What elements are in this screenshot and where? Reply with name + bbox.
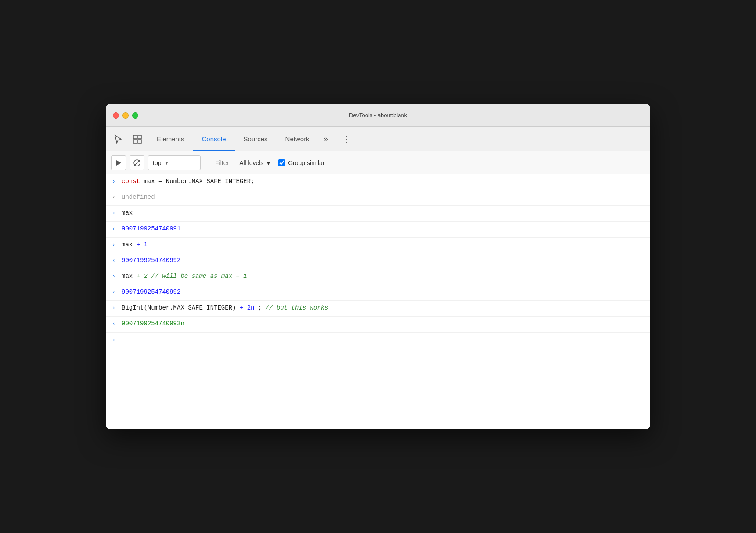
input-arrow-1[interactable]: › xyxy=(106,177,122,186)
title-bar: DevTools - about:blank xyxy=(106,104,650,127)
output-arrow-6: ‹ xyxy=(106,256,122,265)
console-row-2: ‹ undefined xyxy=(106,190,650,206)
console-row-8: ‹ 9007199254740992 xyxy=(106,285,650,301)
devtools-window: DevTools - about:blank Elements Console … xyxy=(106,104,650,429)
input-arrow-3[interactable]: › xyxy=(106,209,122,217)
cursor-icon xyxy=(113,134,123,144)
window-title: DevTools - about:blank xyxy=(349,112,407,119)
svg-rect-1 xyxy=(138,135,141,139)
console-row-content-3: max xyxy=(122,209,650,218)
console-row-content-10: 9007199254740993n xyxy=(122,319,650,328)
console-row-content-6: 9007199254740992 xyxy=(122,256,650,265)
devtools-tabs-bar: Elements Console Sources Network » ⋮ xyxy=(106,127,650,151)
output-arrow-4: ‹ xyxy=(106,224,122,233)
console-input[interactable] xyxy=(122,337,650,344)
toolbar-divider xyxy=(206,156,206,169)
close-button[interactable] xyxy=(113,112,119,119)
output-arrow-2: ‹ xyxy=(106,193,122,202)
keyword-const: const xyxy=(122,178,140,185)
context-arrow: ▼ xyxy=(164,160,169,166)
minimize-button[interactable] xyxy=(122,112,129,119)
console-row-content-9: BigInt(Number.MAX_SAFE_INTEGER) + 2n ; /… xyxy=(122,303,650,313)
console-row-5: › max + 1 xyxy=(106,238,650,253)
svg-rect-0 xyxy=(133,135,137,139)
console-row-content-1: const max = Number.MAX_SAFE_INTEGER; xyxy=(122,177,650,186)
console-row-10: ‹ 9007199254740993n xyxy=(106,317,650,332)
input-arrow-9[interactable]: › xyxy=(106,303,122,312)
console-row-3: › max xyxy=(106,206,650,222)
svg-rect-2 xyxy=(133,140,137,143)
levels-selector[interactable]: All levels ▼ xyxy=(236,158,275,168)
tab-network[interactable]: Network xyxy=(277,127,318,151)
console-toolbar: top ▼ Filter All levels ▼ Group similar xyxy=(106,151,650,174)
output-arrow-8: ‹ xyxy=(106,288,122,296)
console-row-content-5: max + 1 xyxy=(122,240,650,249)
devtools-menu-button[interactable]: ⋮ xyxy=(341,130,353,148)
clear-button[interactable] xyxy=(130,155,144,170)
svg-rect-3 xyxy=(138,140,141,143)
clear-icon xyxy=(133,159,140,166)
traffic-lights xyxy=(113,112,138,119)
play-button[interactable] xyxy=(111,155,126,170)
input-arrow-7[interactable]: › xyxy=(106,272,122,281)
console-row-1: › const max = Number.MAX_SAFE_INTEGER; xyxy=(106,174,650,190)
console-row-6: ‹ 9007199254740992 xyxy=(106,253,650,269)
console-row-7: › max + 2 // will be same as max + 1 xyxy=(106,269,650,285)
inspector-icon xyxy=(133,134,142,144)
svg-marker-4 xyxy=(116,160,121,166)
group-similar-checkbox[interactable] xyxy=(278,159,285,166)
cursor-icon-btn[interactable] xyxy=(109,130,127,148)
console-input-row: › xyxy=(106,332,650,348)
console-row-content-2: undefined xyxy=(122,193,650,202)
console-row-9: › BigInt(Number.MAX_SAFE_INTEGER) + 2n ;… xyxy=(106,301,650,317)
group-similar-toggle[interactable]: Group similar xyxy=(278,159,324,166)
play-icon xyxy=(115,160,122,166)
filter-label: Filter xyxy=(212,159,232,166)
inspector-icon-btn[interactable] xyxy=(129,130,146,148)
maximize-button[interactable] xyxy=(132,112,138,119)
console-input-prompt-arrow: › xyxy=(106,336,122,344)
levels-arrow: ▼ xyxy=(265,159,271,166)
tab-sources[interactable]: Sources xyxy=(235,127,277,151)
console-content: › const max = Number.MAX_SAFE_INTEGER; ‹… xyxy=(106,174,650,429)
console-row-content-8: 9007199254740992 xyxy=(122,288,650,297)
console-row-content-4: 9007199254740991 xyxy=(122,224,650,234)
context-selector[interactable]: top ▼ xyxy=(148,155,201,170)
svg-line-6 xyxy=(134,160,140,166)
tab-separator xyxy=(337,131,337,147)
console-row-4: ‹ 9007199254740991 xyxy=(106,222,650,238)
tab-more-button[interactable]: » xyxy=(318,127,333,151)
input-arrow-5[interactable]: › xyxy=(106,240,122,249)
tab-console[interactable]: Console xyxy=(193,127,235,151)
console-row-content-7: max + 2 // will be same as max + 1 xyxy=(122,272,650,281)
tab-elements[interactable]: Elements xyxy=(148,127,193,151)
output-arrow-10: ‹ xyxy=(106,319,122,328)
